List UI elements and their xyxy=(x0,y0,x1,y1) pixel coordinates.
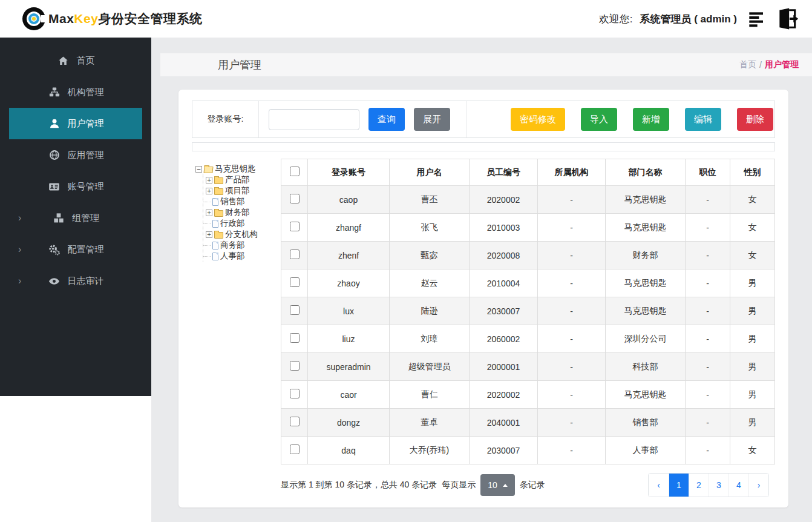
cell-employee-no: 2040001 xyxy=(470,409,538,437)
page-button-4[interactable]: 4 xyxy=(729,474,748,497)
cell-org: - xyxy=(538,269,606,297)
page-button-1[interactable]: 1 xyxy=(669,474,689,497)
cell-gender: 女 xyxy=(730,242,775,269)
login-account-input[interactable] xyxy=(269,109,359,130)
row-checkbox[interactable] xyxy=(290,194,300,203)
sidebar-item-config[interactable]: › 配置管理 xyxy=(9,234,142,265)
tree-node[interactable]: 销售部 xyxy=(203,196,281,207)
table-row[interactable]: liuz 刘璋 2060002 - 深圳分公司 - 男 xyxy=(281,325,775,353)
tree-node[interactable]: + 产品部 xyxy=(203,174,281,185)
sidebar-item-users[interactable]: 用户管理 xyxy=(9,108,142,139)
tree-node[interactable]: + 分支机构 xyxy=(203,229,281,240)
cell-position: - xyxy=(686,214,730,242)
expand-icon[interactable]: + xyxy=(206,210,212,216)
page-size-dropdown[interactable]: 10 xyxy=(480,474,515,496)
breadcrumb: 首页 / 用户管理 xyxy=(739,59,799,70)
tree-node[interactable]: 商务部 xyxy=(203,240,281,251)
next-page-button[interactable]: › xyxy=(748,474,768,497)
tree-node[interactable]: + 项目部 xyxy=(203,185,281,196)
tree-node-root[interactable]: − 马克思钥匙 xyxy=(195,164,281,174)
cell-employee-no: 2020008 xyxy=(470,242,538,269)
table-row[interactable]: superadmin 超级管理员 2000001 - 科技部 - 男 xyxy=(281,353,775,381)
current-user: 系统管理员 ( admin ) xyxy=(640,12,737,26)
column-header: 员工编号 xyxy=(470,159,538,186)
row-checkbox[interactable] xyxy=(290,305,300,315)
row-checkbox[interactable] xyxy=(290,249,300,259)
row-checkbox[interactable] xyxy=(290,444,300,454)
import-button[interactable]: 导入 xyxy=(581,108,617,131)
app-title-max: Max xyxy=(48,12,74,25)
main-area: 用户管理 首页 / 用户管理 登录账号: 查询 展开 密码修改 导入 新增 xyxy=(151,38,812,522)
tree-node-label: 项目部 xyxy=(225,185,250,196)
sidebar-item-home[interactable]: 首页 xyxy=(9,45,142,76)
cell-org: - xyxy=(538,186,606,214)
cell-employee-no: 2010003 xyxy=(470,214,538,242)
table-row[interactable]: zhangf 张飞 2010003 - 马克思钥匙 - 女 xyxy=(281,214,775,242)
breadcrumb-home-link[interactable]: 首页 xyxy=(739,59,756,70)
menu-list-icon[interactable] xyxy=(748,9,768,28)
select-all-checkbox[interactable] xyxy=(290,167,300,176)
sidebar-item-org[interactable]: 机构管理 xyxy=(9,76,142,108)
pagination-summary: 显示第 1 到第 10 条记录，总共 40 条记录 每页显示 10 条记录 xyxy=(281,474,545,496)
row-checkbox[interactable] xyxy=(290,361,300,371)
tree-node[interactable]: 人事部 xyxy=(203,251,281,262)
cell-employee-no: 2060002 xyxy=(470,325,538,353)
page-size-value: 10 xyxy=(488,480,497,490)
cell-gender: 男 xyxy=(730,269,775,297)
table-row[interactable]: caor 曹仁 2020002 - 马克思钥匙 - 男 xyxy=(281,381,775,409)
expand-icon[interactable]: + xyxy=(206,231,212,238)
globe-icon xyxy=(48,150,61,160)
delete-button[interactable]: 删除 xyxy=(737,108,773,131)
table-row[interactable]: zhenf 甄宓 2020008 - 财务部 - 女 xyxy=(281,242,775,269)
prev-page-button[interactable]: ‹ xyxy=(649,474,669,497)
change-password-button[interactable]: 密码修改 xyxy=(511,108,565,131)
sidebar-item-apps[interactable]: 应用管理 xyxy=(9,139,142,171)
expand-icon[interactable]: + xyxy=(206,177,212,183)
expand-icon[interactable]: + xyxy=(206,188,212,194)
sidebar-item-label: 首页 xyxy=(77,55,95,67)
cell-login: caor xyxy=(308,381,390,409)
cell-username: 曹仁 xyxy=(390,381,470,409)
tree-node-label: 人事部 xyxy=(220,251,245,262)
page-button-3[interactable]: 3 xyxy=(709,474,729,497)
folder-open-icon xyxy=(203,167,213,173)
sidebar-item-groups[interactable]: › 组管理 xyxy=(9,202,142,234)
cell-position: - xyxy=(686,297,730,325)
query-button[interactable]: 查询 xyxy=(368,108,405,131)
table-row[interactable]: zhaoy 赵云 2010004 - 马克思钥匙 - 男 xyxy=(281,269,775,297)
cell-gender: 女 xyxy=(730,214,775,242)
users-table: 登录账号 用户名 员工编号 所属机构 部门名称 职位 性别 xyxy=(281,159,775,464)
tree-node-label: 产品部 xyxy=(225,174,250,185)
row-checkbox[interactable] xyxy=(290,222,300,231)
cell-department: 科技部 xyxy=(606,353,686,381)
cell-position: - xyxy=(686,186,730,214)
header-user-area: 欢迎您: 系统管理员 ( admin ) xyxy=(599,7,799,30)
table-row[interactable]: caop 曹丕 2020002 - 马克思钥匙 - 女 xyxy=(281,186,775,214)
tree-node[interactable]: + 财务部 xyxy=(203,207,281,218)
row-checkbox[interactable] xyxy=(290,277,300,287)
logout-icon[interactable] xyxy=(776,7,799,30)
cell-username: 超级管理员 xyxy=(390,353,470,381)
cell-login: superadmin xyxy=(308,353,390,381)
folder-icon xyxy=(214,210,223,217)
table-row[interactable]: daq 大乔(乔玮) 2030007 - 人事部 - 女 xyxy=(281,437,775,464)
sidebar-item-accounts[interactable]: 账号管理 xyxy=(9,171,142,202)
sidebar-item-audit[interactable]: › 日志审计 xyxy=(9,265,142,297)
cell-username: 甄宓 xyxy=(390,242,470,269)
edit-button[interactable]: 编辑 xyxy=(685,108,721,131)
expand-button[interactable]: 展开 xyxy=(414,108,450,131)
row-checkbox[interactable] xyxy=(290,417,300,426)
add-button[interactable]: 新增 xyxy=(633,108,669,131)
row-checkbox[interactable] xyxy=(290,333,300,343)
tree-node[interactable]: 行政部 xyxy=(203,218,281,229)
collapse-icon[interactable]: − xyxy=(195,166,202,173)
row-checkbox[interactable] xyxy=(290,389,300,398)
search-controls: 查询 展开 xyxy=(259,101,467,137)
cell-org: - xyxy=(538,353,606,381)
table-row[interactable]: lux 陆逊 2030007 - 马克思钥匙 - 男 xyxy=(281,297,775,325)
table-row[interactable]: dongz 董卓 2040001 - 销售部 - 男 xyxy=(281,409,775,437)
per-page-label: 每页显示 xyxy=(442,480,476,491)
page-button-2[interactable]: 2 xyxy=(689,474,709,497)
cell-employee-no: 2000001 xyxy=(470,353,538,381)
app-header: MaxKey身份安全管理系统 欢迎您: 系统管理员 ( admin ) xyxy=(0,0,812,38)
